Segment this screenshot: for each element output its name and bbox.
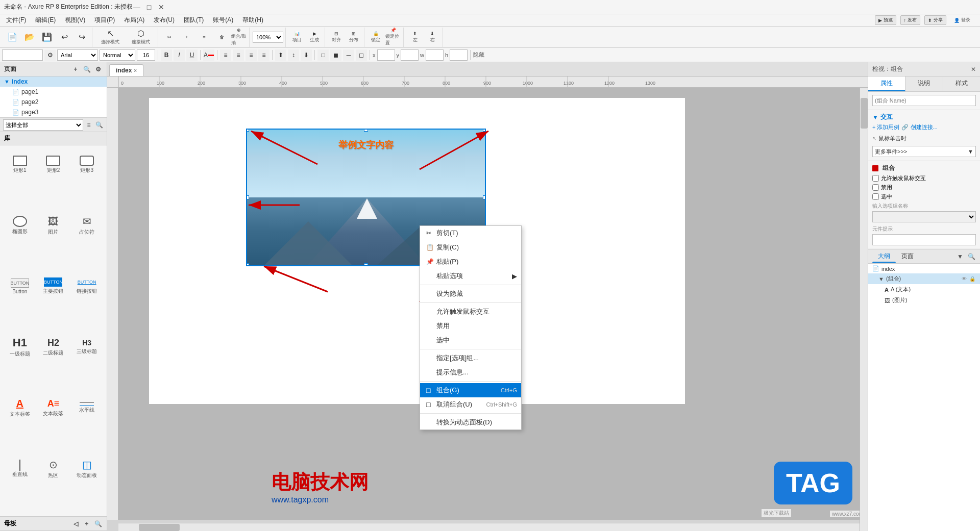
handle-ml[interactable] bbox=[246, 195, 249, 199]
save-button[interactable]: 💾 bbox=[39, 29, 55, 45]
align-button[interactable]: ⊟ 对齐 bbox=[328, 29, 345, 45]
ctx-to-dynamic[interactable]: 转换为动态面板(D) bbox=[420, 415, 521, 429]
tab-index[interactable]: index × bbox=[109, 64, 143, 76]
redo-button[interactable]: ↪ bbox=[74, 29, 90, 45]
y-input[interactable]: 203 bbox=[401, 49, 419, 61]
scrollbar-horizontal[interactable] bbox=[118, 523, 868, 531]
underline-button[interactable]: U bbox=[186, 49, 198, 61]
menu-publish[interactable]: 发布(U) bbox=[150, 15, 179, 26]
component-name-input[interactable] bbox=[872, 95, 976, 106]
create-link-btn[interactable]: 🔗 创建连接... bbox=[901, 123, 937, 131]
comp-text-label[interactable]: A 文本标签 bbox=[4, 393, 36, 423]
insert-button[interactable]: + bbox=[179, 29, 195, 45]
font-style-select[interactable]: Normal bbox=[100, 49, 135, 61]
menu-team[interactable]: 团队(T) bbox=[180, 15, 208, 26]
to-front-button[interactable]: ⬆ 左 bbox=[407, 29, 423, 45]
comp-h2[interactable]: H2 二级标题 bbox=[38, 332, 69, 362]
handle-bc[interactable] bbox=[364, 263, 368, 266]
pages-add-icon[interactable]: + bbox=[71, 65, 80, 74]
distribute-button[interactable]: ⊞ 分布 bbox=[346, 29, 362, 45]
new-button[interactable]: 📄 bbox=[4, 29, 20, 45]
handle-tr[interactable] bbox=[483, 129, 486, 132]
ctx-allow-mouse[interactable]: 允许触发鼠标交互 bbox=[420, 305, 521, 319]
more-events-dropdown[interactable]: 更多事件>>> ▼ bbox=[872, 146, 976, 157]
outline-text[interactable]: A A (文本) bbox=[868, 284, 980, 295]
handle-tc[interactable] bbox=[364, 129, 368, 132]
handle-bl[interactable] bbox=[246, 263, 249, 266]
align-center-button[interactable]: ≡ bbox=[233, 49, 244, 61]
handle-tl[interactable] bbox=[246, 129, 249, 132]
ctx-cut[interactable]: ✂ 剪切(T) bbox=[420, 226, 521, 240]
canvas-content[interactable]: 举例文字内容 bbox=[118, 88, 868, 520]
align-justify-button[interactable]: ≡ bbox=[258, 49, 270, 61]
fill-color-button[interactable]: ◼ bbox=[330, 49, 341, 61]
share-button[interactable]: ⬆ 分享 bbox=[924, 15, 946, 25]
handle-mr[interactable] bbox=[483, 195, 486, 199]
border-style-button[interactable]: ─ bbox=[343, 49, 354, 61]
comp-h1[interactable]: H1 一级标题 bbox=[4, 332, 36, 362]
add-interaction-link[interactable]: + 添加用例 bbox=[872, 123, 899, 131]
menu-account[interactable]: 账号(A) bbox=[209, 15, 237, 26]
outline-search-icon[interactable]: 🔍 bbox=[967, 252, 976, 261]
font-size-input[interactable] bbox=[137, 49, 155, 61]
select-mode-button[interactable]: ↖ 选择模式 bbox=[95, 29, 125, 45]
h-input[interactable]: 336 bbox=[450, 49, 468, 61]
tab-close-icon[interactable]: × bbox=[134, 68, 137, 73]
outline-page-index[interactable]: 📄 index bbox=[868, 264, 980, 273]
menu-file[interactable]: 文件(F) bbox=[2, 15, 30, 26]
ctx-copy[interactable]: 📋 复制(C) bbox=[420, 240, 521, 255]
comp-button[interactable]: BUTTON Button bbox=[4, 271, 36, 301]
shadow-button[interactable]: ◻ bbox=[356, 49, 367, 61]
pages-settings-icon[interactable]: ⚙ bbox=[93, 65, 103, 74]
mother-search-icon[interactable]: 🔍 bbox=[93, 519, 103, 528]
outline-lock-icon[interactable]: 🔒 bbox=[969, 275, 976, 283]
mother-back-icon[interactable]: ◁ bbox=[71, 519, 80, 528]
menu-help[interactable]: 帮助(H) bbox=[238, 15, 267, 26]
valign-bottom-button[interactable]: ⬇ bbox=[301, 49, 312, 61]
border-color-button[interactable]: □ bbox=[317, 49, 329, 61]
element-hint-input[interactable] bbox=[872, 234, 976, 245]
login-button[interactable]: 👤 登录 bbox=[950, 15, 974, 25]
style-settings-button[interactable]: ⚙ bbox=[44, 49, 56, 61]
option-group-select[interactable] bbox=[872, 211, 976, 222]
scrollbar-h-thumb[interactable] bbox=[139, 524, 180, 531]
comp-vline[interactable]: 垂直线 bbox=[4, 453, 36, 484]
project-button[interactable]: 📊 项目 bbox=[289, 29, 305, 45]
outline-image[interactable]: 🖼 (图片) bbox=[868, 295, 980, 306]
page-page3[interactable]: 📄 page3 bbox=[0, 107, 107, 117]
ctx-paste[interactable]: 📌 粘贴(P) bbox=[420, 255, 521, 269]
delete-button[interactable]: 🗑 bbox=[213, 29, 230, 45]
combine-button[interactable]: ⊕ 组合/取消 bbox=[231, 29, 247, 45]
outline-visible-icon[interactable]: 👁 bbox=[961, 275, 968, 283]
align-left-button[interactable]: ≡ bbox=[220, 49, 231, 61]
outline-filter-icon[interactable]: ▼ bbox=[955, 252, 965, 261]
page-page1[interactable]: 📄 page1 bbox=[0, 87, 107, 97]
x-input[interactable]: 250 bbox=[377, 49, 395, 61]
comp-h3[interactable]: H3 三级标题 bbox=[71, 332, 103, 362]
comp-text-para[interactable]: A≡ 文本段落 bbox=[38, 393, 69, 423]
comp-filter-icon[interactable]: ≡ bbox=[84, 120, 93, 130]
valign-top-button[interactable]: ⬆ bbox=[275, 49, 286, 61]
scrollbar-vertical[interactable] bbox=[860, 88, 868, 531]
to-back-button[interactable]: ⬇ 右 bbox=[424, 29, 440, 45]
minimize-button[interactable]: — bbox=[133, 3, 141, 11]
undo-button[interactable]: ↩ bbox=[56, 29, 72, 45]
allow-mouse-checkbox[interactable] bbox=[872, 175, 879, 182]
menu-view[interactable]: 视图(V) bbox=[61, 15, 89, 26]
comp-hline[interactable]: 水平线 bbox=[71, 393, 103, 423]
ctx-ungroup[interactable]: □ 取消组合(U) Ctrl+Shift+G bbox=[420, 397, 521, 412]
lock-position-button[interactable]: 📌 锁定位置 bbox=[385, 29, 401, 45]
align-right-button[interactable]: ≡ bbox=[246, 49, 257, 61]
w-input[interactable]: 596 bbox=[426, 49, 444, 61]
open-button[interactable]: 📂 bbox=[21, 29, 38, 45]
comp-primary-btn[interactable]: BUTTON 主要按钮 bbox=[38, 271, 69, 301]
comp-search-btn[interactable]: 🔍 bbox=[94, 120, 104, 130]
maximize-button[interactable]: □ bbox=[145, 3, 153, 11]
tab-attributes[interactable]: 属性 bbox=[868, 77, 905, 91]
style-name-input[interactable] bbox=[2, 49, 43, 61]
style-button[interactable]: ≡ bbox=[196, 29, 212, 45]
comp-placeholder[interactable]: ✉ 占位符 bbox=[71, 210, 103, 241]
font-family-select[interactable]: Arial bbox=[57, 49, 98, 61]
scrollbar-v-thumb[interactable] bbox=[861, 98, 868, 129]
outline-tab-outline[interactable]: 大纲 bbox=[872, 250, 896, 263]
